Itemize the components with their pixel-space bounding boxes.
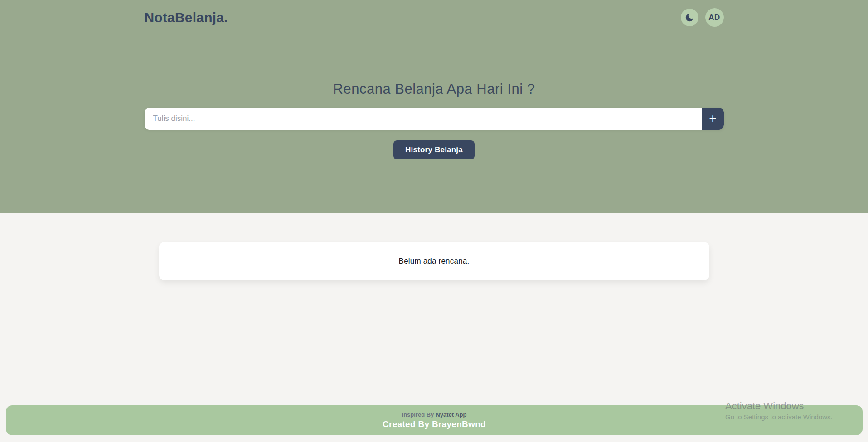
plus-icon: + — [709, 112, 716, 125]
history-belanja-button[interactable]: History Belanja — [393, 140, 475, 159]
plan-input-row: + — [145, 108, 724, 130]
footer: Inspired ByNyatet App Created By BrayenB… — [6, 405, 863, 435]
main-content: Belum ada rencana. — [0, 242, 868, 280]
plan-input[interactable] — [145, 108, 702, 130]
footer-inspired-prefix: Inspired By — [402, 411, 434, 418]
moon-icon — [684, 13, 694, 23]
footer-created-by: Created By BrayenBwnd — [383, 419, 486, 429]
app-logo: NotaBelanja. — [145, 10, 228, 25]
header: NotaBelanja. AD — [145, 0, 724, 27]
page-title: Rencana Belanja Apa Hari Ini ? — [145, 81, 724, 97]
hero-section: NotaBelanja. AD Rencana Belanja Apa Hari… — [0, 0, 868, 213]
empty-state-text: Belum ada rencana. — [399, 257, 470, 266]
avatar[interactable]: AD — [705, 8, 724, 27]
add-plan-button[interactable]: + — [702, 108, 724, 130]
header-actions: AD — [681, 8, 724, 27]
empty-state-card: Belum ada rencana. — [159, 242, 709, 280]
dark-mode-toggle-button[interactable] — [681, 9, 698, 26]
footer-inspired-app: Nyatet App — [436, 411, 466, 418]
footer-inspired-line: Inspired ByNyatet App — [402, 411, 467, 418]
